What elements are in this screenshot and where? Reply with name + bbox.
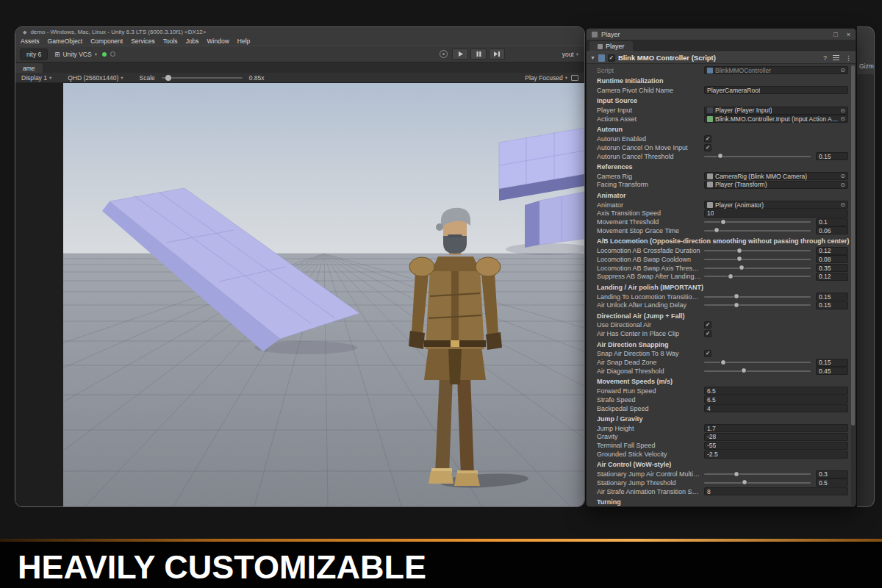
object-picker-icon[interactable]: ⊙ [838, 115, 845, 122]
slider-value-field[interactable]: 0.12 [816, 247, 848, 255]
text-field[interactable]: 1.7 [704, 424, 848, 432]
text-field[interactable]: 6.5 [704, 387, 848, 395]
slider[interactable] [704, 259, 811, 260]
component-header[interactable]: ▼ ✓ Blink MMO Controller (Script) ? ⋮ [587, 51, 856, 64]
unity-vcs-dropdown[interactable]: ⊞ Unity VCS ▾ [54, 51, 97, 58]
slider-value-field[interactable]: 0.15 [816, 293, 848, 301]
slider-value-field[interactable]: 0.1 [816, 218, 848, 226]
help-icon[interactable]: ? [823, 54, 827, 62]
slider-knob[interactable] [736, 248, 742, 254]
slider-value-field[interactable]: 0.35 [816, 264, 848, 272]
menu-tools[interactable]: Tools [163, 37, 178, 45]
scrollbar-thumb[interactable] [851, 65, 855, 426]
slider-value-field[interactable]: 0.15 [816, 359, 848, 367]
maximize-button[interactable]: □ [833, 31, 837, 38]
slider-knob[interactable] [734, 302, 739, 308]
slider-knob[interactable] [741, 368, 747, 373]
object-field[interactable]: Player (Player Input)⊙ [704, 107, 848, 115]
tab-game[interactable]: ame [15, 63, 43, 73]
slider-knob[interactable] [728, 273, 734, 279]
close-button[interactable]: × [847, 31, 850, 38]
display-dropdown[interactable]: Display 1 ▾ [21, 74, 51, 82]
slider[interactable] [704, 473, 811, 475]
object-field[interactable]: Blink.MMO.Controller.Input (Input Action… [704, 115, 848, 123]
game-viewport[interactable] [15, 83, 584, 506]
slider[interactable] [704, 276, 811, 277]
gizmos-button[interactable]: Gizm [859, 62, 874, 70]
text-field[interactable]: 8 [704, 487, 848, 495]
text-field[interactable]: -28 [704, 433, 848, 441]
inspector-titlebar[interactable]: Player □ × [587, 29, 856, 40]
play-button[interactable] [452, 49, 468, 60]
slider[interactable] [704, 156, 811, 157]
text-field[interactable]: -2.5 [704, 451, 848, 459]
object-field[interactable]: Player (Animator)⊙ [704, 201, 848, 209]
slider-value-field[interactable]: 0.08 [816, 255, 848, 263]
checkbox[interactable]: ✓ [704, 321, 711, 329]
slider[interactable] [704, 362, 811, 363]
text-field[interactable]: 10 [704, 209, 848, 218]
slider[interactable] [704, 304, 811, 306]
slider-knob[interactable] [717, 153, 723, 159]
menu-assets[interactable]: Assets [21, 37, 40, 45]
slider[interactable] [704, 221, 811, 223]
object-field[interactable]: BlinkMMOController⊙ [704, 66, 848, 74]
slider[interactable] [704, 482, 811, 484]
menu-window[interactable]: Window [207, 37, 229, 45]
play-focused-dropdown[interactable]: Play Focused ▾ [525, 74, 567, 82]
play-mode-settings-icon[interactable] [440, 50, 448, 58]
scale-slider-knob[interactable] [165, 75, 171, 81]
checkbox[interactable]: ✓ [704, 144, 711, 151]
resolution-dropdown[interactable]: QHD (2560x1440) ▾ [68, 74, 123, 82]
text-field[interactable]: -55 [704, 442, 848, 450]
slider-value-field[interactable]: 0.3 [816, 470, 848, 478]
unity-version-button[interactable]: nity 6 [20, 49, 48, 60]
checkbox[interactable]: ✓ [704, 350, 711, 357]
component-enabled-checkbox[interactable]: ✓ [608, 54, 615, 62]
object-field[interactable]: Player (Transform)⊙ [704, 181, 848, 189]
text-field[interactable]: PlayerCameraRoot [704, 86, 848, 94]
slider[interactable] [704, 370, 811, 372]
pause-button[interactable] [470, 49, 487, 60]
object-field[interactable]: CameraRig (Blink MMO Camera)⊙ [704, 172, 848, 180]
object-picker-icon[interactable]: ⊙ [838, 182, 845, 188]
slider-knob[interactable] [736, 256, 742, 262]
object-picker-icon[interactable]: ⊙ [838, 67, 845, 74]
slider[interactable] [704, 230, 811, 232]
slider-value-field[interactable]: 0.06 [816, 226, 848, 234]
slider-value-field[interactable]: 0.15 [816, 301, 848, 309]
menu-jobs[interactable]: Jobs [186, 37, 199, 45]
slider-value-field[interactable]: 0.12 [816, 273, 848, 281]
tab-player[interactable]: Player [589, 41, 633, 51]
slider-knob[interactable] [714, 227, 720, 233]
slider-knob[interactable] [734, 471, 739, 477]
kebab-menu-icon[interactable]: ⋮ [845, 54, 852, 62]
slider[interactable] [704, 296, 811, 298]
object-picker-icon[interactable]: ⊙ [838, 201, 845, 208]
slider-knob[interactable] [739, 265, 745, 270]
slider[interactable] [704, 250, 811, 251]
slider-value-field[interactable]: 0.5 [816, 478, 848, 487]
checkbox[interactable]: ✓ [704, 135, 711, 143]
scale-slider[interactable] [162, 77, 243, 79]
slider-knob[interactable] [720, 219, 726, 225]
checkbox[interactable]: ✓ [704, 330, 711, 337]
slider-value-field[interactable]: 0.45 [816, 367, 848, 375]
slider[interactable] [704, 268, 811, 269]
presets-icon[interactable] [833, 55, 839, 61]
menu-services[interactable]: Services [131, 37, 155, 45]
slider-value-field[interactable]: 0.15 [816, 152, 848, 160]
inspector-scrollbar[interactable] [851, 65, 855, 505]
slider-knob[interactable] [720, 359, 726, 365]
object-picker-icon[interactable]: ⊙ [838, 107, 845, 114]
slider-knob[interactable] [742, 479, 747, 485]
layout-dropdown[interactable]: yout ▾ [562, 51, 580, 58]
fullscreen-icon[interactable] [571, 75, 578, 81]
object-picker-icon[interactable]: ⊙ [838, 173, 845, 179]
menu-gameobject[interactable]: GameObject [48, 37, 83, 45]
menu-component[interactable]: Component [90, 37, 123, 45]
account-icon[interactable] [110, 51, 115, 57]
text-field[interactable]: 4 [704, 404, 848, 412]
slider-knob[interactable] [734, 293, 739, 299]
text-field[interactable]: 6.5 [704, 395, 848, 404]
